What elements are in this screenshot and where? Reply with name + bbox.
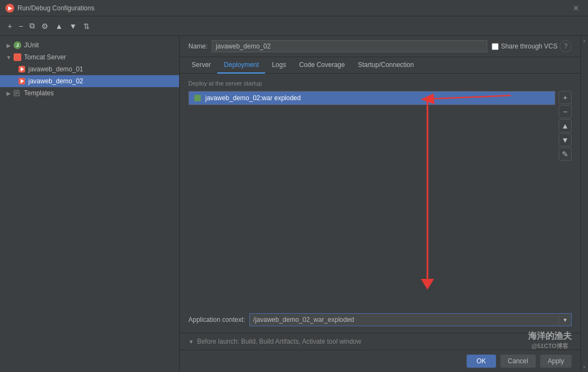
tab-server[interactable]: Server: [185, 57, 217, 74]
add-deploy-button[interactable]: +: [559, 91, 572, 104]
ok-button[interactable]: OK: [467, 355, 495, 368]
scroll-up-icon[interactable]: ▲: [583, 38, 587, 43]
demo01-icon: [17, 65, 26, 74]
help-icon[interactable]: ?: [560, 40, 572, 52]
junit-arrow: ▶: [4, 42, 13, 48]
app-context-label: Application context:: [188, 316, 245, 324]
annotation-arrow: [188, 91, 555, 307]
app-icon: ▶: [5, 4, 14, 13]
war-exploded-icon: [193, 94, 202, 102]
tomcat-label: Tomcat Server: [24, 53, 66, 61]
templates-label: Templates: [24, 89, 54, 97]
edit-deploy-button[interactable]: ✎: [559, 148, 572, 161]
settings-button[interactable]: ⚙: [39, 21, 51, 32]
tree-item-javaweb-demo-02[interactable]: javaweb_demo_02: [0, 75, 179, 87]
move-deploy-up-button[interactable]: ▲: [559, 119, 572, 132]
tree-item-junit[interactable]: ▶ J JUnit: [0, 39, 179, 51]
name-row: Name: Share through VCS ?: [180, 36, 580, 57]
deploy-list-wrapper: javaweb_demo_02:war exploded: [188, 91, 555, 307]
demo02-label: javaweb_demo_02: [28, 77, 83, 85]
add-config-button[interactable]: +: [5, 21, 14, 32]
right-panel: Name: Share through VCS ? Server Deploym…: [180, 36, 580, 372]
move-up-button[interactable]: ▲: [53, 21, 65, 32]
tabs-bar: Server Deployment Logs Code Coverage Sta…: [180, 57, 580, 74]
apply-button[interactable]: Apply: [540, 355, 572, 368]
remove-config-button[interactable]: −: [16, 21, 25, 32]
name-label: Name:: [188, 42, 207, 50]
main-body: ▶ J JUnit ▼ Tomcat Server javaweb_demo: [0, 36, 588, 372]
toolbar: + − ⧉ ⚙ ▲ ▼ ⇅: [0, 16, 588, 36]
close-button[interactable]: ✕: [569, 3, 583, 14]
dialog-title: Run/Debug Configurations: [17, 4, 94, 12]
deploy-item-label: javaweb_demo_02:war exploded: [205, 94, 301, 102]
deploy-section-label: Deploy at the server startup: [188, 80, 572, 87]
share-vcs-label: Share through VCS: [501, 42, 558, 50]
junit-label: JUnit: [24, 41, 39, 49]
cancel-button[interactable]: Cancel: [500, 355, 536, 368]
right-scrollbar-panel: ▲ ▼: [580, 36, 588, 372]
share-vcs: Share through VCS ?: [492, 40, 572, 52]
share-vcs-checkbox[interactable]: [492, 43, 499, 50]
tomcat-arrow: ▼: [4, 54, 13, 60]
demo02-icon: [17, 77, 26, 86]
app-context-input[interactable]: [250, 314, 559, 326]
deploy-item-war-exploded[interactable]: javaweb_demo_02:war exploded: [189, 92, 555, 105]
title-bar-left: ▶ Run/Debug Configurations: [5, 4, 94, 13]
tab-code-coverage[interactable]: Code Coverage: [292, 57, 351, 74]
name-input[interactable]: [212, 40, 487, 52]
app-context-row: Application context: ▼: [188, 313, 572, 326]
tomcat-icon: [13, 53, 22, 62]
deploy-list: javaweb_demo_02:war exploded: [188, 91, 555, 105]
tab-logs[interactable]: Logs: [265, 57, 292, 74]
deployment-tab-content: Deploy at the server startup javaweb_dem…: [180, 74, 580, 333]
dialog: + − ⧉ ⚙ ▲ ▼ ⇅ ▶ J JUnit ▼ Tom: [0, 16, 588, 372]
before-launch-text: Before launch: Build, Build Artifacts, A…: [197, 338, 362, 345]
app-context-input-wrap: ▼: [249, 313, 572, 326]
templates-icon: [13, 89, 22, 97]
tree-item-templates[interactable]: ▶ Templates: [0, 87, 179, 99]
bottom-bar: OK Cancel Apply: [180, 350, 580, 372]
tree-item-tomcat-server[interactable]: ▼ Tomcat Server: [0, 51, 179, 63]
title-bar: ▶ Run/Debug Configurations ✕: [0, 0, 588, 16]
demo01-label: javaweb_demo_01: [28, 65, 83, 73]
move-down-button[interactable]: ▼: [67, 21, 79, 32]
tab-startup-connection[interactable]: Startup/Connection: [351, 57, 420, 74]
templates-arrow: ▶: [4, 90, 13, 96]
copy-config-button[interactable]: ⧉: [27, 20, 37, 32]
left-panel: ▶ J JUnit ▼ Tomcat Server javaweb_demo: [0, 36, 180, 372]
deploy-list-container: javaweb_demo_02:war exploded: [188, 91, 572, 307]
before-launch: ▼ Before launch: Build, Build Artifacts,…: [180, 333, 580, 350]
scroll-down-icon[interactable]: ▼: [583, 365, 587, 370]
tab-deployment[interactable]: Deployment: [217, 57, 265, 74]
remove-deploy-button[interactable]: −: [559, 105, 572, 118]
before-launch-arrow: ▼: [188, 339, 194, 345]
junit-icon: J: [13, 41, 22, 50]
app-context-dropdown[interactable]: ▼: [559, 315, 571, 325]
move-deploy-down-button[interactable]: ▼: [559, 133, 572, 147]
sort-button[interactable]: ⇅: [81, 21, 92, 32]
deploy-side-buttons: + − ▲ ▼ ✎: [559, 91, 572, 307]
tree-item-javaweb-demo-01[interactable]: javaweb_demo_01: [0, 63, 179, 75]
